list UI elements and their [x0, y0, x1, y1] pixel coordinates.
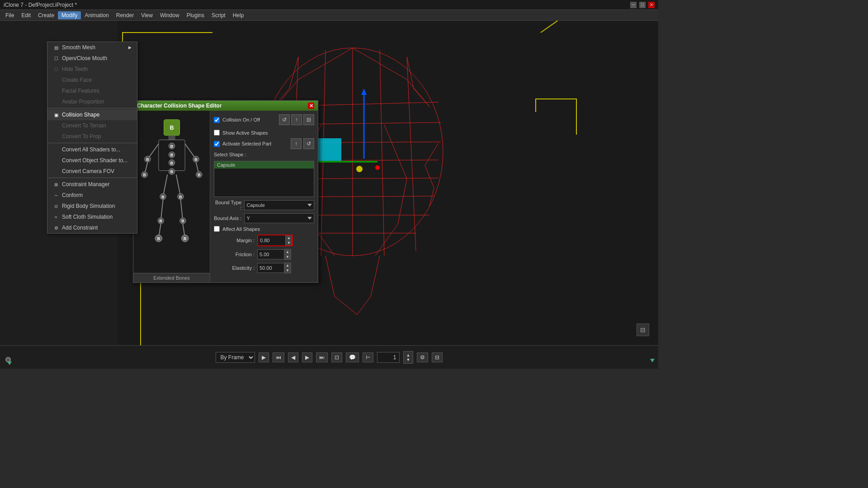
dialog-close-button[interactable]: ✕ — [308, 103, 314, 109]
add-constraint-icon: ⚙ — [53, 225, 59, 230]
activate-selected-part-checkbox[interactable] — [214, 141, 220, 147]
friction-input[interactable] — [257, 249, 284, 259]
bound-type-select[interactable]: Capsule Box Sphere — [244, 200, 314, 210]
svg-text:B: B — [170, 161, 173, 165]
show-active-shapes-checkbox[interactable] — [214, 130, 220, 136]
friction-increment-btn[interactable]: ▲ — [284, 249, 291, 254]
selection-border-v2 — [535, 99, 536, 112]
menu-view[interactable]: View — [137, 11, 156, 19]
viewport-toggle-btn[interactable]: ⊡ — [331, 352, 342, 362]
menu-collision-shape[interactable]: ▣ Collision Shape — [47, 109, 137, 120]
menu-animation[interactable]: Animation — [81, 11, 112, 19]
frame-number-input[interactable] — [377, 352, 400, 363]
menu-convert-camera-fov[interactable]: Convert Camera FOV — [47, 166, 137, 177]
menu-bar: File Edit Create Modify Animation Render… — [0, 10, 658, 21]
separator-3 — [47, 178, 137, 178]
menu-open-close-mouth[interactable]: ☐ Open/Close Mouth — [47, 53, 137, 64]
svg-line-31 — [425, 143, 439, 165]
title-bar: iClone 7 - DefProject.iProject * ─ □ ✕ — [0, 0, 658, 10]
marker-btn[interactable]: ⊢ — [363, 352, 373, 362]
svg-text:B: B — [170, 153, 173, 157]
to-end-button[interactable]: ⏭ — [316, 352, 328, 362]
menu-window[interactable]: Window — [156, 11, 183, 19]
play-button[interactable]: ▶ — [259, 352, 269, 362]
menu-convert-object-shader[interactable]: Convert Object Shader to... — [47, 155, 137, 166]
menu-file[interactable]: File — [2, 11, 18, 19]
svg-text:B: B — [179, 195, 182, 199]
menu-help[interactable]: Help — [229, 11, 248, 19]
pivot-dot — [375, 165, 380, 170]
menu-render[interactable]: Render — [113, 11, 137, 19]
record-btn[interactable]: ⊟ — [432, 352, 443, 362]
elasticity-input[interactable] — [257, 263, 284, 273]
character-preview-svg: B B B B B — [136, 115, 208, 278]
menu-constraint-manager[interactable]: ⊞ Constraint Manager — [47, 179, 137, 190]
activate-selected-part-row: Activate Selected Part ↑ ↺ — [214, 138, 314, 149]
menu-modify[interactable]: Modify — [58, 11, 81, 19]
prev-frame-button[interactable]: ◀ — [288, 352, 298, 362]
extended-bones-button[interactable]: Extended Bones — [133, 273, 210, 282]
affect-all-shapes-row: Affect All Shapes — [214, 226, 314, 232]
svg-line-15 — [384, 125, 407, 179]
margin-decrement-btn[interactable]: ▼ — [286, 240, 292, 245]
menu-soft-cloth[interactable]: ≈ Soft Cloth Simulation — [47, 211, 137, 222]
menu-rigid-body[interactable]: ⊙ Rigid Body Simulation — [47, 201, 137, 211]
frame-mode-select[interactable]: By Frame — [216, 352, 255, 363]
svg-text:B: B — [170, 169, 173, 174]
svg-text:B: B — [181, 219, 184, 223]
toolbar-export-btn[interactable]: ↑ — [291, 114, 302, 125]
next-frame-button[interactable]: ▶ — [302, 352, 312, 362]
close-button[interactable]: ✕ — [648, 2, 655, 8]
menu-convert-terrain[interactable]: Convert To Terrain — [47, 120, 137, 131]
toolbar-refresh-btn[interactable]: ↺ — [279, 114, 290, 125]
menu-hide-teeth[interactable]: ☐ Hide Teeth — [47, 64, 137, 75]
menu-smooth-mesh[interactable]: ▤ Smooth Mesh — [47, 42, 137, 53]
svg-line-33 — [429, 188, 434, 206]
modify-dropdown-menu: ▤ Smooth Mesh ☐ Open/Close Mouth ☐ Hide … — [47, 42, 137, 234]
settings-btn[interactable]: ⚙ — [417, 352, 428, 362]
toolbar-save-btn[interactable]: ⊟ — [303, 114, 314, 125]
elasticity-decrement-btn[interactable]: ▼ — [284, 268, 291, 273]
collision-on-off-checkbox[interactable] — [214, 117, 220, 123]
menu-edit[interactable]: Edit — [18, 11, 34, 19]
dialog-title-bar[interactable]: Character Collision Shape Editor ✕ — [133, 101, 318, 111]
svg-line-66 — [163, 174, 168, 197]
select-shape-list[interactable]: Capsule — [214, 161, 314, 197]
elasticity-increment-btn[interactable]: ▲ — [284, 263, 291, 268]
svg-line-25 — [371, 256, 380, 296]
menu-convert-prop[interactable]: Convert To Prop — [47, 131, 137, 142]
menu-convert-all-shaders[interactable]: Convert All Shaders to... — [47, 144, 137, 155]
menu-avatar-proportion[interactable]: Avatar Proportion — [47, 96, 137, 107]
show-active-shapes-label: Show Active Shapes — [222, 130, 268, 136]
margin-increment-btn[interactable]: ▲ — [286, 235, 292, 240]
menu-create[interactable]: Create — [34, 11, 58, 19]
soft-cloth-icon: ≈ — [53, 215, 59, 220]
maximize-button[interactable]: □ — [639, 2, 646, 8]
menu-plugins[interactable]: Plugins — [183, 11, 208, 19]
margin-input[interactable] — [258, 235, 285, 245]
ear-marker-dot — [356, 166, 363, 172]
shape-list-item-capsule[interactable]: Capsule — [214, 161, 314, 169]
activate-icon-btn-2[interactable]: ↺ — [303, 138, 314, 149]
menu-create-face[interactable]: Create Face — [47, 75, 137, 85]
menu-script[interactable]: Script — [208, 11, 229, 19]
bound-type-label: Bound Type : — [214, 200, 241, 211]
affect-all-shapes-checkbox[interactable] — [214, 226, 220, 232]
activate-selected-part-label: Activate Selected Part — [222, 141, 271, 146]
menu-add-constraint[interactable]: ⚙ Add Constraint — [47, 222, 137, 233]
to-start-button[interactable]: ⏮ — [273, 352, 284, 362]
selection-border-v1 — [576, 99, 577, 135]
friction-decrement-btn[interactable]: ▼ — [284, 254, 291, 259]
activate-icon-btn-1[interactable]: ↑ — [291, 138, 302, 149]
svg-line-75 — [176, 174, 181, 197]
menu-facial-features[interactable]: Facial Features — [47, 85, 137, 96]
minimize-button[interactable]: ─ — [630, 2, 637, 8]
collision-shape-editor-dialog: Character Collision Shape Editor ✕ B B — [133, 100, 318, 283]
menu-conform[interactable]: ∼ Conform — [47, 190, 137, 201]
viewport-icon-btn[interactable]: ⊟ — [637, 324, 649, 336]
frame-increment-btn[interactable]: ▲▼ — [403, 351, 414, 364]
bound-axis-select[interactable]: X Y Z — [244, 213, 314, 223]
yellow-line-horizontal — [122, 32, 212, 33]
friction-spinner: ▲ ▼ — [257, 249, 291, 260]
chat-btn[interactable]: 💬 — [346, 352, 359, 362]
